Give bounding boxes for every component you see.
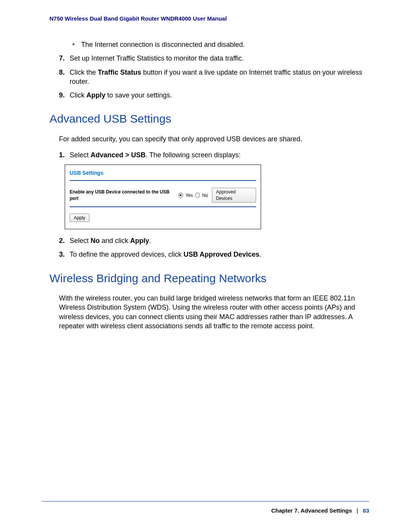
step-8-num: 8.: [59, 68, 70, 77]
heading-wireless-bridging: Wireless Bridging and Repeating Networks: [49, 271, 369, 286]
usb-intro-para: For added security, you can specify that…: [59, 134, 369, 144]
step-8-text: Click the Traffic Status button if you w…: [70, 68, 369, 86]
usb-enable-label: Enable any USB Device connected to the U…: [70, 189, 176, 201]
step-7-num: 7.: [59, 54, 70, 63]
step-8: 8. Click the Traffic Status button if yo…: [59, 68, 369, 86]
usb-radio-no[interactable]: [195, 193, 200, 198]
page-footer: Chapter 7. Advanced Settings | 83: [271, 507, 369, 514]
bullet-disconnected: The Internet connection is disconnected …: [72, 40, 369, 49]
usb-settings-title: USB Settings: [70, 169, 256, 177]
usb-step-1-num: 1.: [59, 150, 70, 160]
bullet-text: The Internet connection is disconnected …: [81, 41, 245, 48]
page: N750 Wireless Dual Band Gigabit Router W…: [0, 0, 411, 532]
usb-step-2-text: Select No and click Apply.: [70, 236, 369, 245]
usb-step-3-text: To define the approved devices, click US…: [70, 250, 369, 259]
approved-devices-button[interactable]: Approved Devices: [212, 188, 256, 202]
step-9: 9. Click Apply to save your settings.: [59, 91, 369, 100]
step-7-text: Set up Internet Traffic Statistics to mo…: [70, 54, 369, 63]
usb-step-3-num: 3.: [59, 250, 70, 259]
heading-advanced-usb: Advanced USB Settings: [49, 111, 369, 127]
footer-page-number: 83: [363, 507, 369, 514]
usb-step-3: 3. To define the approved devices, click…: [59, 250, 369, 259]
usb-enable-row: Enable any USB Device connected to the U…: [70, 188, 256, 202]
usb-step-2: 2. Select No and click Apply.: [59, 236, 369, 245]
footer-separator: |: [357, 507, 358, 514]
footer-chapter: Chapter 7. Advanced Settings: [271, 507, 352, 514]
usb-settings-screenshot: USB Settings Enable any USB Device conne…: [65, 165, 261, 229]
usb-step-2-num: 2.: [59, 236, 70, 245]
usb-radio-yes-label: Yes: [185, 192, 193, 198]
step-9-num: 9.: [59, 91, 70, 100]
body-content: The Internet connection is disconnected …: [49, 40, 369, 331]
usb-step-1: 1. Select Advanced > USB. The following …: [59, 150, 369, 160]
step-7: 7. Set up Internet Traffic Statistics to…: [59, 54, 369, 63]
usb-radio-yes[interactable]: [178, 193, 183, 198]
step-9-text: Click Apply to save your settings.: [70, 91, 369, 100]
usb-divider-top: [70, 180, 256, 181]
usb-radio-no-label: No: [202, 192, 208, 198]
manual-header: N750 Wireless Dual Band Gigabit Router W…: [49, 15, 369, 22]
usb-step-1-text: Select Advanced > USB. The following scr…: [70, 150, 369, 160]
wireless-bridging-para: With the wireless router, you can build …: [59, 294, 369, 331]
usb-divider-bottom: [70, 206, 256, 207]
footer-divider: [42, 501, 369, 502]
usb-apply-button[interactable]: Apply: [70, 214, 89, 222]
